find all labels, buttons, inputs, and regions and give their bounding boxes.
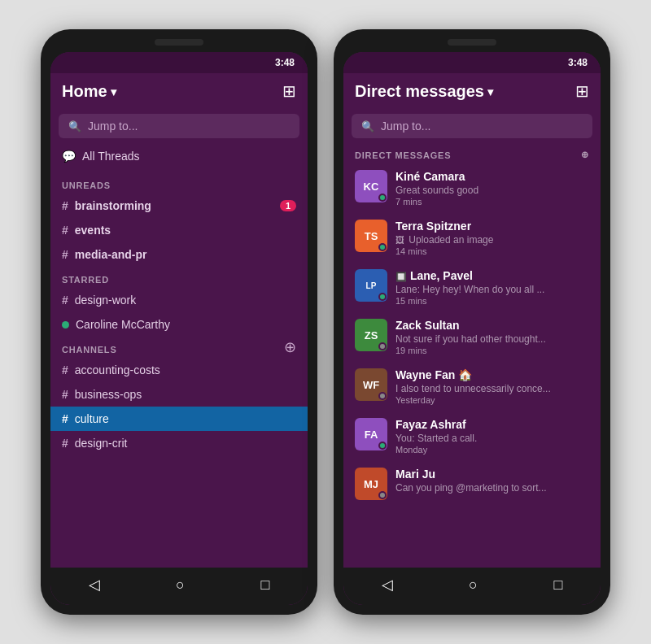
contact-preview-fayaz: You: Started a call.	[395, 433, 589, 444]
search-bar-left[interactable]: 🔍 Jump to...	[59, 114, 299, 138]
screen-right: 3:48 Direct messages ▾ ⊞ 🔍 Jump to... DI…	[343, 52, 601, 605]
search-icon-right: 🔍	[361, 120, 374, 133]
dm-info-fayaz: Fayaz Ashraf You: Started a call. Monday	[395, 418, 589, 455]
recents-button-right[interactable]: □	[553, 577, 562, 594]
channel-name-events: events	[75, 224, 111, 237]
hash-icon: #	[62, 437, 68, 450]
hash-icon: #	[62, 248, 68, 261]
contact-preview-wayne: I also tend to unnecessarily conce...	[395, 383, 589, 394]
dm-info-wayne: Wayne Fan 🏠 I also tend to unnecessarily…	[395, 368, 589, 405]
channel-accounting-costs[interactable]: # accounting-costs	[50, 358, 308, 382]
contact-name-wayne: Wayne Fan 🏠	[395, 368, 589, 381]
thread-icon: 💬	[62, 150, 76, 163]
dm-contact-fayaz[interactable]: FA Fayaz Ashraf You: Started a call. Mon…	[343, 411, 601, 461]
avatar-initials-terra: TS	[365, 230, 378, 242]
contact-name-zack: Zack Sultan	[395, 319, 589, 332]
avatar-wayne: WF	[355, 368, 387, 401]
screen-content-left: Home ▾ ⊞ 🔍 Jump to... 💬 All Threads UNRE…	[50, 73, 308, 568]
back-button-left[interactable]: ◁	[89, 576, 100, 594]
hash-icon: #	[62, 388, 68, 401]
channel-name-business-ops: business-ops	[75, 388, 142, 401]
grid-icon-left[interactable]: ⊞	[282, 81, 296, 101]
dm-contact-kine[interactable]: KC Kiné Camara Great sounds good 7 mins	[343, 163, 601, 213]
status-dot-mari	[378, 491, 387, 499]
avatar-kine: KC	[355, 170, 387, 202]
channel-events[interactable]: # events	[50, 218, 308, 242]
hash-icon-active: #	[62, 412, 68, 425]
dm-contact-wayne[interactable]: WF Wayne Fan 🏠 I also tend to unnecessar…	[343, 362, 601, 411]
screen-left: 3:48 Home ▾ ⊞ 🔍 Jump to... 💬 All Threads	[50, 52, 308, 605]
online-dot-caroline	[62, 321, 69, 329]
search-icon-left: 🔍	[68, 120, 81, 133]
all-threads-item[interactable]: 💬 All Threads	[50, 143, 308, 169]
hash-icon: #	[62, 294, 68, 307]
channel-name-media-and-pr: media-and-pr	[75, 248, 147, 261]
hash-icon: #	[62, 224, 68, 237]
status-dot-lane	[378, 293, 387, 301]
channel-business-ops[interactable]: # business-ops	[50, 382, 308, 407]
contact-time-wayne: Yesterday	[395, 395, 589, 405]
dm-contact-zack[interactable]: ZS Zack Sultan Not sure if you had other…	[343, 312, 601, 362]
channel-design-crit[interactable]: # design-crit	[50, 431, 308, 455]
status-dot-wayne	[378, 392, 387, 400]
dm-contact-terra[interactable]: TS Terra Spitzner 🖼 Uploaded an image 14…	[343, 213, 601, 263]
avatar-lane: LP	[355, 269, 387, 302]
home-label: Home	[62, 82, 107, 101]
camera-bump	[155, 39, 203, 46]
hash-icon: #	[62, 363, 68, 376]
status-bar-left: 3:48	[50, 52, 308, 73]
channel-design-work[interactable]: # design-work	[50, 288, 308, 312]
dm-contact-mari[interactable]: MJ Mari Ju Can you ping @marketing to so…	[343, 461, 601, 507]
contact-preview-zack: Not sure if you had other thought...	[395, 333, 589, 345]
channel-name-accounting-costs: accounting-costs	[75, 363, 160, 376]
hash-icon: #	[62, 199, 68, 212]
contact-preview-kine: Great sounds good	[395, 185, 589, 196]
contact-name-lane: 🔲 Lane, Pavel	[395, 269, 589, 282]
dm-info-terra: Terra Spitzner 🖼 Uploaded an image 14 mi…	[395, 220, 589, 256]
dm-section-header: DIRECT MESSAGES ⊕	[343, 143, 601, 163]
status-bar-right: 3:48	[343, 52, 601, 73]
phone-right: 3:48 Direct messages ▾ ⊞ 🔍 Jump to... DI…	[334, 29, 610, 615]
contact-preview-lane: Lane: Hey hey! When do you all ...	[395, 284, 589, 295]
home-button-left[interactable]: ○	[176, 577, 185, 594]
search-bar-right[interactable]: 🔍 Jump to...	[352, 114, 592, 138]
title-chevron-right[interactable]: ▾	[487, 85, 493, 98]
phone-left: 3:48 Home ▾ ⊞ 🔍 Jump to... 💬 All Threads	[41, 29, 317, 615]
back-button-right[interactable]: ◁	[382, 576, 393, 594]
channel-culture[interactable]: # culture	[50, 407, 308, 431]
sidebar-list: UNREADS # brainstorming 1 # events # med…	[50, 169, 308, 568]
title-chevron-left[interactable]: ▾	[111, 85, 116, 98]
channel-media-and-pr[interactable]: # media-and-pr	[50, 242, 308, 267]
dm-contact-lane[interactable]: LP 🔲 Lane, Pavel Lane: Hey hey! When do …	[343, 263, 601, 312]
dm-name-caroline: Caroline McCarthy	[76, 318, 170, 331]
search-placeholder-left: Jump to...	[88, 120, 138, 133]
section-label-starred: STARRED	[50, 267, 308, 288]
status-time-right: 3:48	[568, 57, 588, 68]
avatar-fayaz: FA	[355, 418, 387, 450]
avatar-initials-wayne: WF	[363, 379, 379, 391]
status-time-left: 3:48	[275, 57, 295, 68]
app-header-right: Direct messages ▾ ⊞	[343, 73, 601, 109]
channel-brainstorming[interactable]: # brainstorming 1	[50, 194, 308, 218]
nav-bar-left: ◁ ○ □	[50, 568, 308, 605]
avatar-mari: MJ	[355, 468, 387, 500]
home-button-right[interactable]: ○	[469, 577, 478, 594]
add-dm-button[interactable]: ⊕	[581, 150, 589, 160]
section-header-channels: CHANNELS ⊕	[50, 337, 308, 358]
dm-caroline[interactable]: Caroline McCarthy	[50, 312, 308, 337]
dm-section-label: DIRECT MESSAGES	[355, 150, 451, 160]
grid-icon-right[interactable]: ⊞	[575, 81, 589, 101]
avatar-initials-fayaz: FA	[365, 429, 378, 441]
contact-preview-terra: 🖼 Uploaded an image	[395, 234, 589, 246]
screen-content-right: Direct messages ▾ ⊞ 🔍 Jump to... DIRECT …	[343, 73, 601, 568]
add-channel-button[interactable]: ⊕	[284, 338, 296, 356]
dm-info-mari: Mari Ju Can you ping @marketing to sort.…	[395, 468, 589, 494]
contact-time-fayaz: Monday	[395, 445, 589, 455]
contact-preview-mari: Can you ping @marketing to sort...	[395, 482, 589, 494]
recents-button-left[interactable]: □	[260, 577, 269, 594]
badge-brainstorming: 1	[280, 200, 296, 211]
dm-info-zack: Zack Sultan Not sure if you had other th…	[395, 319, 589, 355]
image-icon-terra: 🖼	[395, 235, 404, 245]
channel-name-brainstorming: brainstorming	[75, 199, 151, 212]
camera-bump-right	[448, 39, 496, 46]
